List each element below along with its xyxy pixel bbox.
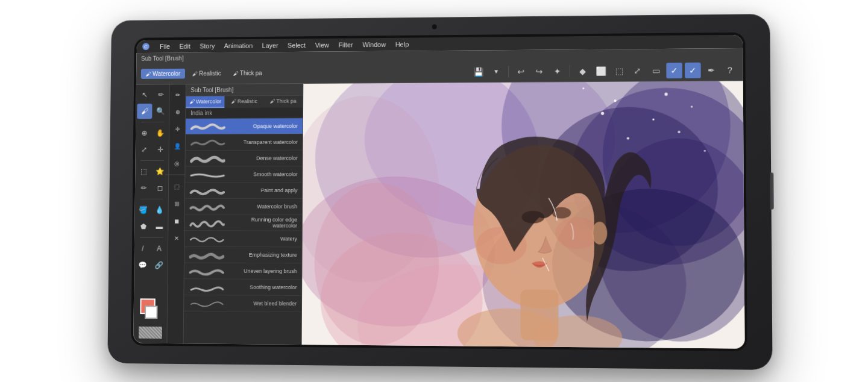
sub-tool-panel: Sub Tool [Brush] 🖌 Watercolor 🖌 Realisti… <box>184 84 304 345</box>
brush-tab-thickpa[interactable]: 🖌 Thick pa <box>263 96 303 108</box>
tool-line[interactable]: / <box>135 241 150 257</box>
separator-2 <box>570 65 570 77</box>
tool-connect[interactable]: 🔗 <box>151 257 166 273</box>
undo-btn[interactable]: ↩ <box>513 63 529 79</box>
tool-eyedrop[interactable]: 💧 <box>152 202 167 218</box>
pattern-swatch[interactable] <box>139 327 162 339</box>
tool-lasso[interactable]: ⭐ <box>153 164 168 180</box>
rect-btn[interactable]: ▭ <box>648 63 664 78</box>
brush-tab-watercolor[interactable]: 🖌 Watercolor <box>186 96 224 108</box>
tool-zoom[interactable]: ⊕ <box>136 125 151 141</box>
tool-pencil[interactable]: ✏ <box>136 180 151 196</box>
tool-pen[interactable]: ✏ <box>153 87 168 102</box>
subtool-icon-9[interactable]: ✕ <box>169 230 184 246</box>
tool-eraser[interactable]: ◻ <box>152 180 167 196</box>
scale-btn[interactable]: ⤢ <box>629 63 646 78</box>
brush-item-2[interactable]: Dense watercolor <box>185 151 302 167</box>
brush-tab-realistic[interactable]: 🖌 Realistic <box>225 96 264 108</box>
tool-search[interactable]: 🔍 <box>153 104 168 119</box>
brush-tab-realistic-icon: 🖌 <box>231 98 236 104</box>
brush-item-4[interactable]: Paint and apply <box>185 183 302 199</box>
menu-help[interactable]: Help <box>391 40 414 49</box>
subtool-icon-4[interactable]: 👤 <box>169 138 184 154</box>
brush-item-10[interactable]: Soothing watercolor <box>184 279 301 296</box>
subtool-icon-2[interactable]: ⊕ <box>170 104 185 120</box>
menu-filter[interactable]: Filter <box>334 40 358 49</box>
subtool-icon-6[interactable]: ⬚ <box>169 178 184 194</box>
brush-item-6[interactable]: Running color edge watercolor <box>184 214 302 231</box>
crop-btn[interactable]: ⬚ <box>611 63 627 78</box>
brush-preview-3 <box>190 169 225 181</box>
brush-name-2: Dense watercolor <box>228 155 297 161</box>
brush-tab-realistic-label: Realistic <box>237 98 257 104</box>
light-btn[interactable]: ✦ <box>550 63 565 79</box>
toolbar-tab-watercolor[interactable]: 🖌 Watercolor <box>141 69 185 79</box>
subtool-icon-8[interactable]: ◼ <box>169 213 184 228</box>
brush-item-3[interactable]: Smooth watercolor <box>185 166 302 183</box>
sub-tool-label: Sub Tool [Brush] <box>141 55 184 61</box>
tools-panel: ↖ ✏ 🖌 🔍 ⊕ ✋ ⤢ <box>133 84 170 343</box>
menu-animation[interactable]: Animation <box>219 41 257 51</box>
tool-brush-active[interactable]: 🖌 <box>137 104 152 119</box>
subtool-icon-7[interactable]: ⊞ <box>169 196 184 211</box>
brush-item-11[interactable]: Wet bleed blender <box>184 295 301 312</box>
brush-icon: 🖌 <box>145 71 151 77</box>
svg-point-22 <box>614 99 616 102</box>
subtool-icon-5[interactable]: ◎ <box>169 155 184 171</box>
redo-btn[interactable]: ↪ <box>531 63 547 79</box>
secondary-color-swatch[interactable] <box>145 305 158 319</box>
sub-tool-header-label: Sub Tool [Brush] <box>190 87 233 93</box>
check-btn[interactable]: ✓ <box>666 62 682 78</box>
check-btn-2[interactable]: ✓ <box>685 62 701 78</box>
toolbar-tab-realistic[interactable]: 🖌 Realistic <box>187 68 226 78</box>
tool-select-rect[interactable]: ⬚ <box>136 164 151 180</box>
svg-text:C: C <box>144 45 148 50</box>
brush-item-1[interactable]: Transparent watercolor <box>186 134 303 151</box>
brush-tab-thickpa-icon: 🖌 <box>270 98 275 104</box>
brush-group-label: India ink <box>186 107 303 119</box>
svg-point-23 <box>704 150 706 152</box>
tool-transform2[interactable]: ⤢ <box>136 142 151 158</box>
brush-item-5[interactable]: Watercolor brush <box>185 199 302 215</box>
menu-edit[interactable]: Edit <box>175 42 195 51</box>
brush-item-9[interactable]: Uneven layering brush <box>184 263 302 280</box>
brush-name-9: Uneven layering brush <box>228 268 297 274</box>
dropdown-btn[interactable]: ▼ <box>488 64 504 80</box>
tool-move[interactable]: ✛ <box>153 142 168 157</box>
menu-window[interactable]: Window <box>358 40 391 49</box>
menu-story[interactable]: Story <box>195 41 219 51</box>
brush-preview-7 <box>189 233 225 245</box>
brush-item-8[interactable]: Emphasizing texture <box>184 247 302 264</box>
tool-speech[interactable]: 💬 <box>135 257 150 273</box>
subtool-icon-3[interactable]: ✛ <box>169 121 184 137</box>
tool-row-9: / A <box>135 241 166 257</box>
brush-preview-9 <box>189 265 224 277</box>
canvas-area[interactable] <box>302 81 745 348</box>
tool-pan[interactable]: ✋ <box>153 125 168 141</box>
tool-rect2[interactable]: ▬ <box>152 219 167 234</box>
secondary-tools-panel: ✏ ⊕ ✛ 👤 ◎ ⬚ ⊞ ◼ ✕ <box>167 84 186 343</box>
brush-name-3: Smooth watercolor <box>228 171 297 177</box>
side-button[interactable] <box>770 172 774 209</box>
save-btn[interactable]: 💾 <box>470 64 486 80</box>
menu-select[interactable]: Select <box>283 40 310 50</box>
brush-item-7[interactable]: Watery <box>184 231 302 247</box>
tool-shape[interactable]: ⬟ <box>136 219 151 234</box>
svg-point-19 <box>652 119 654 121</box>
tool-cursor[interactable]: ↖ <box>137 87 152 103</box>
transform-btn[interactable]: ⬜ <box>593 63 608 78</box>
menu-view[interactable]: View <box>310 40 334 50</box>
fill-btn[interactable]: ◆ <box>574 63 590 78</box>
brush-name-11: Wet bleed blender <box>227 300 297 307</box>
tool-fill[interactable]: 🪣 <box>136 202 151 218</box>
pen-btn[interactable]: ✒ <box>703 62 720 78</box>
brush-preview-1 <box>190 136 225 148</box>
toolbar-tab-thickpa[interactable]: 🖌 Thick pa <box>228 68 266 78</box>
help-btn[interactable]: ? <box>722 62 738 78</box>
menu-layer[interactable]: Layer <box>257 40 283 50</box>
brush-icon-2: 🖌 <box>192 70 198 77</box>
subtool-icon-1[interactable]: ✏ <box>170 87 185 102</box>
brush-item-0[interactable]: Opaque watercolor <box>186 118 303 134</box>
menu-file[interactable]: File <box>155 42 175 51</box>
tool-text[interactable]: A <box>151 241 166 257</box>
